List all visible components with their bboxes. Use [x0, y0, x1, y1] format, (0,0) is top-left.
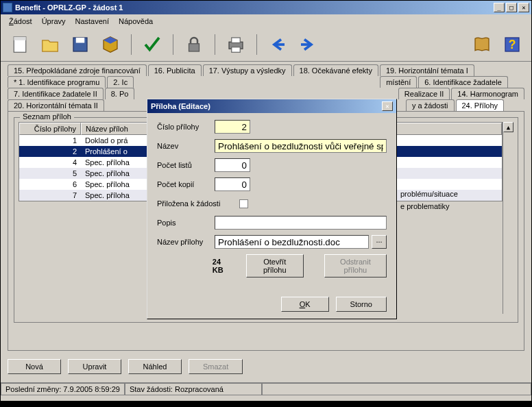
tab-20[interactable]: 20. Horizontální témata II [8, 99, 104, 111]
statusbar: Poslední změny: 7.9.2005 8:59:29 Stav žá… [1, 382, 531, 395]
menubar: Žádost Úpravy Nastavení Nápověda [1, 14, 531, 28]
tab-13[interactable]: Realizace II [398, 88, 450, 99]
tab-6[interactable]: 6. Identifikace žadatele [418, 76, 508, 88]
tab-5[interactable]: místění [380, 76, 417, 88]
help-icon[interactable]: ? [500, 32, 524, 57]
tab-1[interactable]: * 1. Identifikace programu [8, 76, 106, 88]
svg-rect-4 [189, 44, 200, 51]
package-icon[interactable] [98, 32, 123, 57]
window-title: Benefit - OPRLZ-GP - žádost 1 [15, 3, 494, 12]
listy-input[interactable] [215, 158, 250, 172]
vertical-scrollbar[interactable]: ▲ [503, 122, 513, 314]
menu-upravy[interactable]: Úpravy [38, 16, 70, 27]
tab-14[interactable]: 14. Harmonogram [451, 88, 524, 99]
tab-24[interactable]: 24. Přílohy [456, 99, 505, 111]
label-cislo: Číslo přílohy [157, 123, 215, 131]
action-buttons: Nová Upravit Náhled Smazat [1, 351, 531, 382]
minimize-button[interactable]: _ [494, 3, 505, 12]
svg-rect-1 [14, 37, 26, 40]
browse-button[interactable]: ... [372, 235, 387, 249]
lock-icon[interactable] [182, 32, 206, 57]
cell-id: 5 [19, 168, 81, 179]
tab-15[interactable]: 15. Předpokládané zdroje financování [8, 64, 147, 76]
prilozena-checkbox[interactable] [239, 199, 248, 208]
status-changes: Poslední změny: 7.9.2005 8:59:29 [1, 383, 125, 395]
print-icon[interactable] [223, 32, 248, 57]
label-listy: Počet listů [157, 161, 215, 169]
soubor-input[interactable] [215, 235, 369, 249]
svg-rect-7 [232, 47, 241, 53]
tab-16[interactable]: 16. Publicita [148, 64, 202, 76]
forward-icon[interactable] [295, 32, 320, 57]
menu-napoveda[interactable]: Nápověda [114, 16, 157, 27]
label-popis: Popis [157, 219, 215, 227]
file-size: 24 KB [213, 258, 226, 274]
tab-18[interactable]: 18. Očekávané efekty [293, 64, 378, 76]
close-button[interactable]: ✕ [518, 3, 529, 12]
new-icon[interactable] [8, 32, 32, 57]
tab-19[interactable]: 19. Horizontální témata I [380, 64, 474, 76]
dialog-title: Příloha (Editace) [151, 102, 382, 110]
label-soubor: Název přílohy [157, 238, 215, 246]
popis-input[interactable] [215, 216, 387, 230]
book-icon[interactable] [470, 32, 494, 57]
nazev-input[interactable] [215, 139, 387, 153]
cell-id: 2 [19, 146, 81, 157]
cell-id: 6 [19, 179, 81, 190]
attachment-edit-dialog: Příloha (Editace) ✕ Číslo přílohy Název … [147, 99, 397, 319]
col-header-id[interactable]: Číslo přílohy [19, 123, 81, 135]
row-extra-text: e problematiky [400, 202, 450, 210]
delete-attachment-button: Odstranit přílohu [324, 254, 387, 278]
storno-button[interactable]: Storno [336, 297, 387, 312]
smazat-button: Smazat [189, 359, 243, 374]
cell-id: 1 [19, 135, 81, 146]
menu-zadost[interactable]: Žádost [5, 16, 36, 27]
tab-2[interactable]: 2. Ic [107, 76, 134, 88]
open-icon[interactable] [38, 32, 62, 57]
nahled-button[interactable]: Náhled [128, 359, 182, 374]
open-attachment-button[interactable]: Otevřít přílohu [246, 254, 304, 278]
ok-button[interactable]: OK [281, 297, 329, 312]
status-state: Stav žádosti: Rozpracovaná [125, 383, 262, 395]
tab-23[interactable]: y a žádosti [406, 99, 455, 111]
tab-17[interactable]: 17. Výstupy a výsledky [203, 64, 292, 76]
menu-nastaveni[interactable]: Nastavení [71, 16, 114, 27]
app-icon [3, 3, 12, 12]
upravit-button[interactable]: Upravit [68, 359, 121, 374]
svg-text:?: ? [509, 38, 516, 51]
row-extra-text: problému/situace [400, 190, 458, 198]
save-icon[interactable] [68, 32, 93, 57]
kopie-input[interactable] [215, 177, 250, 191]
nova-button[interactable]: Nová [8, 359, 61, 374]
label-nazev: Název [157, 142, 215, 150]
maximize-button[interactable]: □ [506, 3, 517, 12]
cell-id: 7 [19, 190, 81, 201]
svg-rect-6 [232, 38, 241, 43]
cell-id: 4 [19, 157, 81, 168]
check-icon[interactable] [140, 32, 165, 57]
label-kopie: Počet kopií [157, 180, 215, 188]
tab-8[interactable]: 8. Po [105, 88, 135, 99]
toolbar: ? [1, 28, 531, 62]
dialog-close-icon[interactable]: ✕ [382, 101, 393, 111]
scroll-up-icon[interactable]: ▲ [503, 122, 513, 132]
tab-7[interactable]: 7. Identifikace žadatele II [8, 88, 104, 99]
label-prilozena: Přiložena k žádosti [157, 199, 239, 208]
group-label: Seznam příloh [20, 112, 74, 121]
titlebar: Benefit - OPRLZ-GP - žádost 1 _ □ ✕ [1, 1, 531, 14]
back-icon[interactable] [265, 32, 290, 57]
svg-rect-3 [76, 38, 85, 43]
cislo-input[interactable] [215, 120, 250, 134]
